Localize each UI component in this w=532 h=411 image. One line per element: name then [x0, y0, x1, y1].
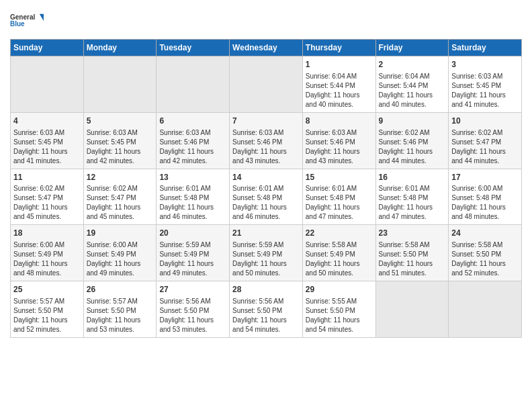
day-info: Sunrise: 6:03 AM Sunset: 5:45 PM Dayligh… [451, 72, 519, 109]
calendar-cell: 13Sunrise: 6:01 AM Sunset: 5:48 PM Dayli… [157, 169, 230, 225]
day-info: Sunrise: 6:01 AM Sunset: 5:48 PM Dayligh… [379, 184, 446, 222]
day-info: Sunrise: 6:04 AM Sunset: 5:44 PM Dayligh… [306, 72, 373, 109]
day-number: 20 [159, 228, 226, 239]
day-number: 12 [87, 172, 154, 183]
calendar-week-1: 1Sunrise: 6:04 AM Sunset: 5:44 PM Daylig… [11, 56, 522, 113]
day-number: 29 [306, 284, 373, 295]
day-info: Sunrise: 6:03 AM Sunset: 5:45 PM Dayligh… [87, 128, 154, 166]
calendar-week-2: 4Sunrise: 6:03 AM Sunset: 5:45 PM Daylig… [11, 112, 522, 169]
calendar-cell [157, 56, 230, 113]
header-cell-tuesday: Tuesday [157, 40, 230, 56]
calendar-cell: 11Sunrise: 6:02 AM Sunset: 5:47 PM Dayli… [11, 169, 84, 225]
svg-text:General: General [10, 13, 35, 21]
day-number: 9 [379, 116, 446, 127]
calendar-week-4: 18Sunrise: 6:00 AM Sunset: 5:49 PM Dayli… [11, 225, 522, 281]
day-info: Sunrise: 5:56 AM Sunset: 5:50 PM Dayligh… [232, 297, 300, 334]
calendar-cell: 18Sunrise: 6:00 AM Sunset: 5:49 PM Dayli… [11, 225, 84, 281]
calendar-cell [83, 56, 157, 113]
day-number: 16 [379, 172, 446, 183]
calendar-week-5: 25Sunrise: 5:57 AM Sunset: 5:50 PM Dayli… [11, 281, 522, 338]
logo-svg: General Blue [10, 7, 44, 34]
calendar-table: SundayMondayTuesdayWednesdayThursdayFrid… [10, 39, 522, 338]
calendar-week-3: 11Sunrise: 6:02 AM Sunset: 5:47 PM Dayli… [11, 169, 522, 225]
calendar-cell: 29Sunrise: 5:55 AM Sunset: 5:50 PM Dayli… [302, 281, 375, 338]
day-info: Sunrise: 6:01 AM Sunset: 5:48 PM Dayligh… [306, 184, 373, 222]
calendar-cell: 12Sunrise: 6:02 AM Sunset: 5:47 PM Dayli… [83, 169, 157, 225]
calendar-cell: 4Sunrise: 6:03 AM Sunset: 5:45 PM Daylig… [11, 112, 84, 169]
day-number: 4 [13, 116, 81, 127]
calendar-cell [230, 56, 303, 113]
day-number: 1 [306, 59, 373, 71]
calendar-cell: 16Sunrise: 6:01 AM Sunset: 5:48 PM Dayli… [375, 169, 449, 225]
calendar-cell: 20Sunrise: 5:59 AM Sunset: 5:49 PM Dayli… [157, 225, 230, 281]
day-number: 14 [232, 172, 300, 183]
page-header: General Blue [10, 7, 522, 34]
day-info: Sunrise: 5:59 AM Sunset: 5:49 PM Dayligh… [159, 240, 226, 278]
day-info: Sunrise: 5:58 AM Sunset: 5:50 PM Dayligh… [379, 240, 446, 278]
calendar-cell: 28Sunrise: 5:56 AM Sunset: 5:50 PM Dayli… [230, 281, 303, 338]
header-cell-friday: Friday [375, 40, 449, 56]
day-number: 25 [13, 284, 81, 295]
day-number: 11 [13, 172, 81, 183]
day-info: Sunrise: 6:03 AM Sunset: 5:46 PM Dayligh… [232, 128, 300, 166]
calendar-cell: 25Sunrise: 5:57 AM Sunset: 5:50 PM Dayli… [11, 281, 84, 338]
day-info: Sunrise: 5:57 AM Sunset: 5:50 PM Dayligh… [13, 297, 81, 334]
day-number: 21 [232, 228, 300, 239]
calendar-cell: 19Sunrise: 6:00 AM Sunset: 5:49 PM Dayli… [83, 225, 157, 281]
day-info: Sunrise: 6:02 AM Sunset: 5:47 PM Dayligh… [451, 128, 519, 166]
day-info: Sunrise: 6:03 AM Sunset: 5:46 PM Dayligh… [159, 128, 226, 166]
calendar-cell: 24Sunrise: 5:58 AM Sunset: 5:50 PM Dayli… [449, 225, 522, 281]
calendar-cell: 9Sunrise: 6:02 AM Sunset: 5:46 PM Daylig… [375, 112, 449, 169]
calendar-cell: 7Sunrise: 6:03 AM Sunset: 5:46 PM Daylig… [230, 112, 303, 169]
day-info: Sunrise: 6:00 AM Sunset: 5:49 PM Dayligh… [87, 240, 154, 278]
day-number: 3 [451, 59, 519, 71]
day-info: Sunrise: 6:03 AM Sunset: 5:45 PM Dayligh… [13, 128, 81, 166]
calendar-body: 1Sunrise: 6:04 AM Sunset: 5:44 PM Daylig… [11, 56, 522, 338]
day-number: 24 [451, 228, 519, 239]
day-info: Sunrise: 6:04 AM Sunset: 5:44 PM Dayligh… [379, 72, 446, 109]
calendar-cell: 26Sunrise: 5:57 AM Sunset: 5:50 PM Dayli… [83, 281, 157, 338]
day-number: 17 [451, 172, 519, 183]
calendar-cell: 15Sunrise: 6:01 AM Sunset: 5:48 PM Dayli… [302, 169, 375, 225]
day-info: Sunrise: 5:57 AM Sunset: 5:50 PM Dayligh… [87, 297, 154, 334]
header-cell-sunday: Sunday [11, 40, 84, 56]
header-cell-thursday: Thursday [302, 40, 375, 56]
calendar-cell: 22Sunrise: 5:58 AM Sunset: 5:49 PM Dayli… [302, 225, 375, 281]
day-number: 5 [87, 116, 154, 127]
day-number: 27 [159, 284, 226, 295]
day-info: Sunrise: 6:02 AM Sunset: 5:46 PM Dayligh… [379, 128, 446, 166]
calendar-header: SundayMondayTuesdayWednesdayThursdayFrid… [11, 40, 522, 56]
day-info: Sunrise: 6:03 AM Sunset: 5:46 PM Dayligh… [306, 128, 373, 166]
day-info: Sunrise: 6:01 AM Sunset: 5:48 PM Dayligh… [159, 184, 226, 222]
calendar-cell: 14Sunrise: 6:01 AM Sunset: 5:48 PM Dayli… [230, 169, 303, 225]
day-info: Sunrise: 5:55 AM Sunset: 5:50 PM Dayligh… [306, 297, 373, 334]
header-cell-saturday: Saturday [449, 40, 522, 56]
svg-marker-2 [40, 14, 44, 21]
day-number: 28 [232, 284, 300, 295]
day-info: Sunrise: 6:00 AM Sunset: 5:49 PM Dayligh… [13, 240, 81, 278]
calendar-cell: 5Sunrise: 6:03 AM Sunset: 5:45 PM Daylig… [83, 112, 157, 169]
day-number: 8 [306, 116, 373, 127]
day-number: 7 [232, 116, 300, 127]
day-info: Sunrise: 6:02 AM Sunset: 5:47 PM Dayligh… [87, 184, 154, 222]
day-number: 10 [451, 116, 519, 127]
day-number: 19 [87, 228, 154, 239]
day-number: 18 [13, 228, 81, 239]
calendar-cell: 2Sunrise: 6:04 AM Sunset: 5:44 PM Daylig… [375, 56, 449, 113]
calendar-cell: 21Sunrise: 5:59 AM Sunset: 5:49 PM Dayli… [230, 225, 303, 281]
day-info: Sunrise: 6:00 AM Sunset: 5:48 PM Dayligh… [451, 184, 519, 222]
day-info: Sunrise: 5:58 AM Sunset: 5:49 PM Dayligh… [306, 240, 373, 278]
calendar-cell: 6Sunrise: 6:03 AM Sunset: 5:46 PM Daylig… [157, 112, 230, 169]
calendar-cell: 8Sunrise: 6:03 AM Sunset: 5:46 PM Daylig… [302, 112, 375, 169]
calendar-cell: 23Sunrise: 5:58 AM Sunset: 5:50 PM Dayli… [375, 225, 449, 281]
svg-text:Blue: Blue [10, 20, 25, 28]
header-row: SundayMondayTuesdayWednesdayThursdayFrid… [11, 40, 522, 56]
day-number: 13 [159, 172, 226, 183]
calendar-cell: 17Sunrise: 6:00 AM Sunset: 5:48 PM Dayli… [449, 169, 522, 225]
header-cell-monday: Monday [83, 40, 157, 56]
day-number: 6 [159, 116, 226, 127]
day-number: 22 [306, 228, 373, 239]
day-info: Sunrise: 5:56 AM Sunset: 5:50 PM Dayligh… [159, 297, 226, 334]
calendar-cell [375, 281, 449, 338]
day-number: 2 [379, 59, 446, 71]
